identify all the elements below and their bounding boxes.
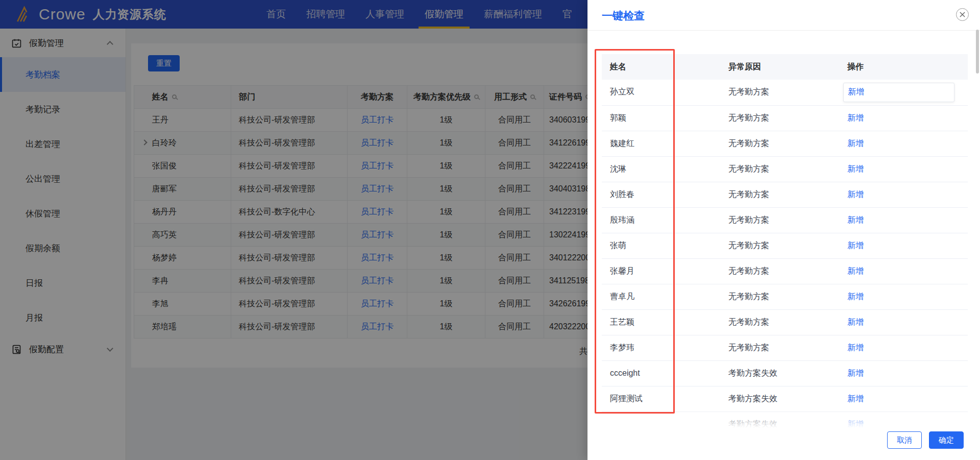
add-plan-link[interactable]: 新增: [847, 394, 864, 403]
cell-reason: 无考勤方案: [720, 284, 839, 309]
cell-name: 沈琳: [602, 156, 720, 182]
add-plan-link[interactable]: 新增: [847, 190, 864, 199]
cell-name: ccceight: [602, 360, 720, 386]
cell-reason: 无考勤方案: [720, 156, 839, 182]
anomaly-column-header-0: 姓名: [602, 54, 720, 80]
anomaly-row: 张萌无考勤方案新增: [602, 233, 968, 258]
cell-reason: 无考勤方案: [720, 233, 839, 258]
drawer-header: 一键检查: [587, 0, 980, 31]
add-plan-link[interactable]: 新增: [847, 292, 864, 301]
add-plan-link[interactable]: 新增: [847, 215, 864, 224]
anomaly-row: ccceight考勤方案失效新增: [602, 360, 968, 386]
cell-action: 新增: [839, 233, 968, 258]
cell-name: 曹卓凡: [602, 284, 720, 309]
drawer-title: 一键检查: [602, 9, 645, 23]
cancel-button[interactable]: 取消: [887, 431, 922, 449]
add-plan-link[interactable]: 新增: [847, 420, 864, 428]
cell-action: 新增: [839, 105, 968, 131]
cell-name: 魏建红: [602, 131, 720, 156]
anomaly-row: 郭颖无考勤方案新增: [602, 105, 968, 131]
cell-name: 郭颖: [602, 105, 720, 131]
cell-reason: 无考勤方案: [720, 80, 839, 105]
anomaly-row: 沈琳无考勤方案新增: [602, 156, 968, 182]
cell-name: 阿狸测试: [602, 386, 720, 411]
anomaly-row: 王艺颖无考勤方案新增: [602, 309, 968, 335]
highlighted-action-box: 新增: [843, 83, 954, 102]
confirm-button[interactable]: 确定: [929, 431, 964, 449]
add-plan-link[interactable]: 新增: [847, 164, 864, 173]
cell-reason: 无考勤方案: [720, 131, 839, 156]
anomaly-row: 孙立双无考勤方案新增: [602, 80, 968, 105]
cell-action: 新增: [839, 309, 968, 335]
add-plan-link[interactable]: 新增: [847, 113, 864, 122]
cell-name: 张萌: [602, 233, 720, 258]
cell-name: 王艺颖: [602, 309, 720, 335]
anomaly-row: 魏建红无考勤方案新增: [602, 131, 968, 156]
add-plan-link[interactable]: 新增: [847, 318, 864, 326]
cell-reason: 无考勤方案: [720, 105, 839, 131]
cell-name: 刘胜春: [602, 182, 720, 207]
cell-action: 新增: [839, 207, 968, 233]
cell-action: 新增: [839, 131, 968, 156]
add-plan-link[interactable]: 新增: [847, 139, 864, 148]
cell-action: 新增: [839, 360, 968, 386]
anomaly-row: 李梦玮无考勤方案新增: [602, 335, 968, 360]
cell-reason: 无考勤方案: [720, 335, 839, 360]
cell-reason: 无考勤方案: [720, 309, 839, 335]
drawer-mask[interactable]: [0, 0, 587, 460]
anomaly-table-body: 孙立双无考勤方案新增郭颖无考勤方案新增魏建红无考勤方案新增沈琳无考勤方案新增刘胜…: [602, 80, 968, 437]
cell-reason: 考勤方案失效: [720, 386, 839, 411]
one-click-check-drawer: 一键检查 姓名异常原因操作 孙立双无考勤方案新增郭颖无考勤方案新增魏建红无考勤方…: [587, 0, 980, 460]
app-root: Crowe 人力资源系统 首页招聘管理人事管理假勤管理薪酬福利管理官 假勤管理 …: [0, 0, 980, 460]
add-plan-link[interactable]: 新增: [847, 241, 864, 250]
cell-action: 新增: [839, 156, 968, 182]
anomaly-column-header-2: 操作: [839, 54, 968, 80]
scrollbar-thumb[interactable]: [976, 30, 979, 74]
cell-reason: 考勤方案失效: [720, 360, 839, 386]
cell-action: 新增: [839, 80, 968, 105]
anomaly-row: 刘胜春无考勤方案新增: [602, 182, 968, 207]
anomaly-table: 姓名异常原因操作 孙立双无考勤方案新增郭颖无考勤方案新增魏建红无考勤方案新增沈琳…: [602, 54, 968, 438]
cell-action: 新增: [839, 335, 968, 360]
add-plan-link[interactable]: 新增: [847, 343, 864, 352]
add-plan-link[interactable]: 新增: [847, 369, 864, 377]
cell-name: 殷玮涵: [602, 207, 720, 233]
cell-action: 新增: [839, 284, 968, 309]
cell-name: 李梦玮: [602, 335, 720, 360]
cell-action: 新增: [839, 258, 968, 284]
add-plan-link[interactable]: 新增: [847, 267, 864, 275]
close-icon[interactable]: [956, 8, 969, 21]
cell-action: 新增: [839, 386, 968, 411]
drawer-footer: 取消 确定: [587, 428, 980, 460]
cell-reason: 无考勤方案: [720, 207, 839, 233]
cell-reason: 无考勤方案: [720, 258, 839, 284]
cell-reason: 无考勤方案: [720, 182, 839, 207]
anomaly-row: 张馨月无考勤方案新增: [602, 258, 968, 284]
anomaly-row: 殷玮涵无考勤方案新增: [602, 207, 968, 233]
anomaly-column-header-1: 异常原因: [720, 54, 839, 80]
cell-name: 孙立双: [602, 80, 720, 105]
anomaly-header-row: 姓名异常原因操作: [602, 54, 968, 80]
anomaly-row: 阿狸测试考勤方案失效新增: [602, 386, 968, 411]
anomaly-row: 曹卓凡无考勤方案新增: [602, 284, 968, 309]
cell-action: 新增: [839, 182, 968, 207]
add-plan-link[interactable]: 新增: [848, 87, 864, 98]
cell-name: 张馨月: [602, 258, 720, 284]
